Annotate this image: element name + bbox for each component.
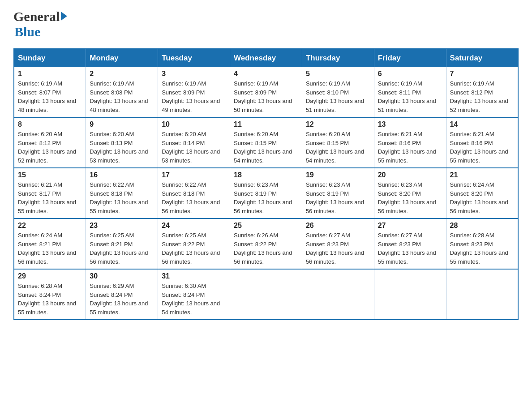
day-info: Sunrise: 6:21 AMSunset: 8:17 PMDaylight:… bbox=[18, 180, 82, 215]
day-info: Sunrise: 6:27 AMSunset: 8:23 PMDaylight:… bbox=[378, 231, 442, 266]
calendar-week-row: 15 Sunrise: 6:21 AMSunset: 8:17 PMDaylig… bbox=[14, 168, 518, 218]
calendar-cell: 14 Sunrise: 6:21 AMSunset: 8:16 PMDaylig… bbox=[446, 117, 518, 168]
calendar-day-header-tuesday: Tuesday bbox=[158, 49, 230, 67]
day-number: 3 bbox=[162, 70, 226, 78]
calendar-cell: 20 Sunrise: 6:23 AMSunset: 8:20 PMDaylig… bbox=[374, 168, 446, 218]
day-info: Sunrise: 6:26 AMSunset: 8:22 PMDaylight:… bbox=[234, 231, 298, 266]
calendar-cell: 27 Sunrise: 6:27 AMSunset: 8:23 PMDaylig… bbox=[374, 218, 446, 269]
day-info: Sunrise: 6:24 AMSunset: 8:21 PMDaylight:… bbox=[18, 231, 82, 266]
day-number: 21 bbox=[450, 171, 514, 179]
day-number: 5 bbox=[306, 70, 370, 78]
day-number: 11 bbox=[234, 120, 298, 128]
day-number: 28 bbox=[450, 222, 514, 230]
day-number: 4 bbox=[234, 70, 298, 78]
calendar-cell: 23 Sunrise: 6:25 AMSunset: 8:21 PMDaylig… bbox=[86, 218, 158, 269]
calendar-cell: 4 Sunrise: 6:19 AMSunset: 8:09 PMDayligh… bbox=[230, 67, 302, 117]
day-info: Sunrise: 6:24 AMSunset: 8:20 PMDaylight:… bbox=[450, 180, 514, 215]
calendar-cell: 21 Sunrise: 6:24 AMSunset: 8:20 PMDaylig… bbox=[446, 168, 518, 218]
calendar-cell: 16 Sunrise: 6:22 AMSunset: 8:18 PMDaylig… bbox=[86, 168, 158, 218]
calendar-cell: 25 Sunrise: 6:26 AMSunset: 8:22 PMDaylig… bbox=[230, 218, 302, 269]
day-info: Sunrise: 6:30 AMSunset: 8:24 PMDaylight:… bbox=[162, 282, 226, 317]
calendar-day-header-saturday: Saturday bbox=[446, 49, 518, 67]
calendar-cell: 3 Sunrise: 6:19 AMSunset: 8:09 PMDayligh… bbox=[158, 67, 230, 117]
calendar-cell: 6 Sunrise: 6:19 AMSunset: 8:11 PMDayligh… bbox=[374, 67, 446, 117]
day-number: 25 bbox=[234, 222, 298, 230]
calendar-cell: 17 Sunrise: 6:22 AMSunset: 8:18 PMDaylig… bbox=[158, 168, 230, 218]
calendar-day-header-wednesday: Wednesday bbox=[230, 49, 302, 67]
day-info: Sunrise: 6:21 AMSunset: 8:16 PMDaylight:… bbox=[450, 130, 514, 165]
calendar-day-header-monday: Monday bbox=[86, 49, 158, 67]
day-info: Sunrise: 6:20 AMSunset: 8:13 PMDaylight:… bbox=[90, 130, 154, 165]
calendar-cell: 8 Sunrise: 6:20 AMSunset: 8:12 PMDayligh… bbox=[14, 117, 86, 168]
day-number: 12 bbox=[306, 120, 370, 128]
calendar-cell: 18 Sunrise: 6:23 AMSunset: 8:19 PMDaylig… bbox=[230, 168, 302, 218]
day-info: Sunrise: 6:23 AMSunset: 8:20 PMDaylight:… bbox=[378, 180, 442, 215]
day-number: 18 bbox=[234, 171, 298, 179]
day-info: Sunrise: 6:19 AMSunset: 8:09 PMDaylight:… bbox=[162, 79, 226, 114]
day-number: 10 bbox=[162, 120, 226, 128]
day-info: Sunrise: 6:27 AMSunset: 8:23 PMDaylight:… bbox=[306, 231, 370, 266]
day-info: Sunrise: 6:25 AMSunset: 8:21 PMDaylight:… bbox=[90, 231, 154, 266]
calendar-cell: 9 Sunrise: 6:20 AMSunset: 8:13 PMDayligh… bbox=[86, 117, 158, 168]
day-info: Sunrise: 6:25 AMSunset: 8:22 PMDaylight:… bbox=[162, 231, 226, 266]
day-number: 14 bbox=[450, 120, 514, 128]
calendar-cell bbox=[374, 269, 446, 320]
calendar-cell bbox=[446, 269, 518, 320]
day-info: Sunrise: 6:19 AMSunset: 8:10 PMDaylight:… bbox=[306, 79, 370, 114]
calendar-cell: 5 Sunrise: 6:19 AMSunset: 8:10 PMDayligh… bbox=[302, 67, 374, 117]
calendar-header-row: SundayMondayTuesdayWednesdayThursdayFrid… bbox=[14, 49, 518, 67]
logo-general-text: General bbox=[13, 9, 60, 24]
calendar-cell: 12 Sunrise: 6:20 AMSunset: 8:15 PMDaylig… bbox=[302, 117, 374, 168]
day-number: 7 bbox=[450, 70, 514, 78]
day-number: 13 bbox=[378, 120, 442, 128]
calendar-cell: 24 Sunrise: 6:25 AMSunset: 8:22 PMDaylig… bbox=[158, 218, 230, 269]
calendar-cell: 7 Sunrise: 6:19 AMSunset: 8:12 PMDayligh… bbox=[446, 67, 518, 117]
day-info: Sunrise: 6:23 AMSunset: 8:19 PMDaylight:… bbox=[234, 180, 298, 215]
calendar-cell: 19 Sunrise: 6:23 AMSunset: 8:19 PMDaylig… bbox=[302, 168, 374, 218]
day-info: Sunrise: 6:20 AMSunset: 8:15 PMDaylight:… bbox=[234, 130, 298, 165]
calendar-cell: 30 Sunrise: 6:29 AMSunset: 8:24 PMDaylig… bbox=[86, 269, 158, 320]
logo-triangle-icon bbox=[61, 12, 67, 21]
day-info: Sunrise: 6:28 AMSunset: 8:23 PMDaylight:… bbox=[450, 231, 514, 266]
logo: General Blue bbox=[13, 9, 69, 39]
day-number: 1 bbox=[18, 70, 82, 78]
logo-blue-text: Blue bbox=[14, 24, 40, 39]
calendar-cell: 10 Sunrise: 6:20 AMSunset: 8:14 PMDaylig… bbox=[158, 117, 230, 168]
day-info: Sunrise: 6:22 AMSunset: 8:18 PMDaylight:… bbox=[162, 180, 226, 215]
day-number: 20 bbox=[378, 171, 442, 179]
calendar-cell: 13 Sunrise: 6:21 AMSunset: 8:16 PMDaylig… bbox=[374, 117, 446, 168]
day-number: 15 bbox=[18, 171, 82, 179]
day-number: 9 bbox=[90, 120, 154, 128]
day-number: 29 bbox=[18, 272, 82, 280]
day-info: Sunrise: 6:19 AMSunset: 8:08 PMDaylight:… bbox=[90, 79, 154, 114]
calendar-day-header-friday: Friday bbox=[374, 49, 446, 67]
day-info: Sunrise: 6:29 AMSunset: 8:24 PMDaylight:… bbox=[90, 282, 154, 317]
day-info: Sunrise: 6:19 AMSunset: 8:11 PMDaylight:… bbox=[378, 79, 442, 114]
calendar-cell: 31 Sunrise: 6:30 AMSunset: 8:24 PMDaylig… bbox=[158, 269, 230, 320]
day-info: Sunrise: 6:22 AMSunset: 8:18 PMDaylight:… bbox=[90, 180, 154, 215]
calendar-week-row: 8 Sunrise: 6:20 AMSunset: 8:12 PMDayligh… bbox=[14, 117, 518, 168]
day-number: 2 bbox=[90, 70, 154, 78]
day-info: Sunrise: 6:20 AMSunset: 8:15 PMDaylight:… bbox=[306, 130, 370, 165]
calendar-day-header-thursday: Thursday bbox=[302, 49, 374, 67]
day-number: 30 bbox=[90, 272, 154, 280]
day-number: 26 bbox=[306, 222, 370, 230]
day-number: 22 bbox=[18, 222, 82, 230]
calendar-cell: 15 Sunrise: 6:21 AMSunset: 8:17 PMDaylig… bbox=[14, 168, 86, 218]
day-number: 17 bbox=[162, 171, 226, 179]
day-number: 19 bbox=[306, 171, 370, 179]
day-number: 6 bbox=[378, 70, 442, 78]
day-info: Sunrise: 6:19 AMSunset: 8:12 PMDaylight:… bbox=[450, 79, 514, 114]
day-number: 27 bbox=[378, 222, 442, 230]
day-info: Sunrise: 6:20 AMSunset: 8:12 PMDaylight:… bbox=[18, 130, 82, 165]
calendar-cell: 28 Sunrise: 6:28 AMSunset: 8:23 PMDaylig… bbox=[446, 218, 518, 269]
calendar-cell: 26 Sunrise: 6:27 AMSunset: 8:23 PMDaylig… bbox=[302, 218, 374, 269]
day-number: 16 bbox=[90, 171, 154, 179]
day-number: 31 bbox=[162, 272, 226, 280]
calendar-cell: 2 Sunrise: 6:19 AMSunset: 8:08 PMDayligh… bbox=[86, 67, 158, 117]
day-info: Sunrise: 6:19 AMSunset: 8:09 PMDaylight:… bbox=[234, 79, 298, 114]
calendar-cell: 1 Sunrise: 6:19 AMSunset: 8:07 PMDayligh… bbox=[14, 67, 86, 117]
day-number: 23 bbox=[90, 222, 154, 230]
calendar-cell: 22 Sunrise: 6:24 AMSunset: 8:21 PMDaylig… bbox=[14, 218, 86, 269]
day-info: Sunrise: 6:19 AMSunset: 8:07 PMDaylight:… bbox=[18, 79, 82, 114]
